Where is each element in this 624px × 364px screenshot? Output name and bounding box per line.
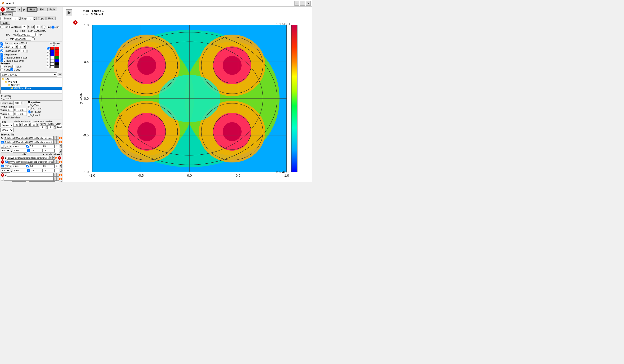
xaxis-val1[interactable] — [7, 108, 14, 112]
c2-up[interactable]: ▲ — [23, 45, 25, 47]
draw-button[interactable]: Draw — [6, 7, 16, 12]
fp-radio-3[interactable] — [28, 110, 31, 114]
tilt-spinner[interactable]: ▲▼ — [34, 25, 42, 29]
log-down[interactable]: ▼ — [26, 51, 28, 53]
bird-eye-checkbox[interactable] — [0, 25, 3, 28]
x0-a[interactable] — [29, 144, 42, 148]
tilt-value[interactable] — [35, 25, 40, 29]
xc-val[interactable] — [55, 182, 59, 182]
stream-spinner[interactable]: ▲▼ — [12, 17, 21, 20]
size-spinner[interactable]: ▲▼ — [14, 123, 22, 127]
hc-color-red-2[interactable] — [55, 50, 59, 53]
stream-down[interactable]: ▼ — [18, 19, 20, 20]
file-item-d[interactable]: 📁 D:¥ — [1, 77, 62, 81]
hc-color-green-4[interactable] — [55, 56, 59, 59]
step-spinner[interactable]: ▲▼ — [27, 17, 36, 20]
sync-c-checkbox[interactable] — [1, 182, 4, 182]
x-axis-checkbox[interactable] — [0, 68, 3, 71]
nav-next-button[interactable]: ▶ — [22, 7, 27, 12]
refresh-button[interactable]: ↻ — [58, 73, 62, 76]
x-sync-c-checkbox[interactable] — [26, 182, 29, 182]
replica-button[interactable]: Replica — [0, 12, 13, 16]
xy-axis-checkbox[interactable] — [0, 65, 3, 68]
numb-val[interactable] — [31, 123, 36, 126]
hc-color-black-6[interactable] — [55, 62, 59, 65]
x05-a[interactable] — [42, 144, 54, 148]
play-button[interactable] — [66, 9, 72, 16]
file-b3-star[interactable]: * — [57, 160, 59, 164]
sl-color-select[interactable]: Black — [56, 125, 63, 129]
yb-spinner[interactable]: ▲▼ — [54, 169, 62, 172]
step-up[interactable]: ▲ — [33, 17, 36, 19]
color-spinner[interactable]: ▲▼ — [10, 45, 18, 49]
rect-b-select[interactable]: Rect — [1, 168, 10, 173]
grad-line-checkbox[interactable] — [0, 56, 3, 59]
z05[interactable] — [42, 149, 55, 153]
hc-radio-5[interactable] — [47, 59, 50, 62]
grad-pixel-checkbox[interactable] — [0, 59, 3, 62]
height-cb[interactable] — [12, 65, 15, 68]
height-value[interactable] — [22, 25, 27, 29]
file-d-star[interactable]: * — [57, 177, 59, 181]
size-val[interactable] — [14, 123, 20, 126]
hc-color-black-7[interactable] — [55, 65, 59, 68]
sl-spinner1[interactable]: ▲▼ — [40, 125, 48, 129]
x-axis-a-input[interactable] — [12, 144, 26, 148]
edit-button[interactable]: Edit — [0, 21, 10, 25]
sl1-down[interactable]: ▼ — [45, 127, 47, 129]
hc-color-blue-3[interactable] — [50, 53, 54, 56]
ps-up[interactable]: ▲ — [21, 101, 23, 103]
file-item-wssoft[interactable]: 📁 Ws_soft — [1, 81, 62, 84]
z-sync-checkbox[interactable] — [27, 149, 30, 152]
nav-prev-button[interactable]: ◀ — [17, 7, 22, 12]
height-meter-checkbox[interactable] — [0, 53, 3, 56]
max-fix-checkbox[interactable] — [35, 33, 38, 36]
color-value2[interactable] — [18, 45, 23, 48]
x0-b[interactable] — [29, 164, 42, 168]
color-checkbox[interactable] — [0, 46, 3, 48]
stream-value[interactable] — [12, 17, 18, 20]
file-b-star[interactable]: * — [57, 140, 59, 144]
z0[interactable] — [30, 149, 42, 153]
maximize-button[interactable]: □ — [300, 1, 305, 6]
hc-radio-6[interactable] — [47, 62, 50, 65]
xb-spinner[interactable]: ▲▼ — [54, 164, 62, 168]
tilt-down[interactable]: ▼ — [40, 27, 42, 29]
xb-up[interactable]: ▲ — [59, 164, 61, 166]
file-c-gt[interactable]: > — [53, 173, 57, 177]
sl-spinner2[interactable]: ▲▼ — [48, 125, 56, 129]
file-b2-gt[interactable]: > — [49, 156, 52, 159]
file-b-input[interactable] — [4, 140, 53, 144]
yb-0[interactable] — [30, 169, 42, 172]
nb-down[interactable]: ▼ — [36, 125, 39, 126]
copy-button[interactable]: Copy — [36, 17, 46, 20]
picture-size-value[interactable] — [14, 101, 21, 105]
picture-size-spinner[interactable]: ▲▼ — [13, 101, 23, 105]
color-down[interactable]: ▼ — [15, 47, 17, 48]
yb-05[interactable] — [42, 169, 55, 172]
z-axis-input[interactable] — [13, 149, 27, 153]
hc-color-red-1[interactable] — [50, 47, 54, 50]
file-browser-dropdown[interactable]: d: [ボリューム] — [0, 72, 57, 77]
sl-val1[interactable] — [40, 126, 45, 129]
x-sync-b-checkbox[interactable] — [26, 165, 29, 167]
color-value[interactable] — [10, 45, 15, 48]
restricted-checkbox[interactable] — [0, 116, 3, 119]
nb-up[interactable]: ▲ — [36, 123, 39, 125]
y-axis-checkbox[interactable] — [10, 68, 13, 71]
height-log-checkbox[interactable] — [0, 49, 3, 52]
stop-button[interactable]: Stop — [27, 7, 37, 12]
fp-radio-4[interactable] — [28, 114, 31, 117]
label-val[interactable] — [23, 123, 28, 126]
file-b3-gt[interactable]: > — [53, 160, 57, 164]
fp-radio-1[interactable] — [28, 104, 31, 107]
stream-up[interactable]: ▲ — [18, 17, 20, 19]
file-item-230601[interactable]: 📁 230601-cnt&mnt — [1, 87, 62, 90]
x-axis-c-input[interactable] — [12, 182, 26, 182]
xa-up[interactable]: ▲ — [59, 144, 61, 146]
file-c-star[interactable]: * — [57, 173, 59, 177]
min-input[interactable] — [15, 37, 31, 41]
line-checkbox[interactable] — [0, 42, 3, 45]
za-val[interactable] — [55, 149, 59, 153]
minimize-button[interactable]: ─ — [294, 1, 299, 6]
